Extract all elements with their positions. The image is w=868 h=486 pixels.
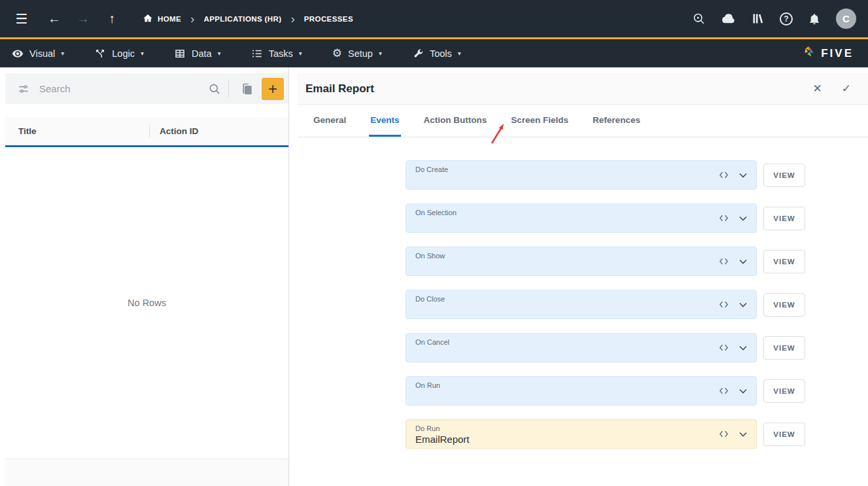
view-button[interactable]: VIEW <box>763 164 805 187</box>
field-icons <box>718 385 750 398</box>
menu-tasks[interactable]: Tasks ▾ <box>251 48 302 60</box>
code-icon[interactable] <box>718 256 729 267</box>
tab-screen-fields[interactable]: Screen Fields <box>510 105 570 137</box>
up-arrow-icon[interactable]: ↑ <box>102 9 122 29</box>
menu-logic-label: Logic <box>112 48 135 59</box>
help-glyph: ? <box>780 12 793 26</box>
field-row-do-run: Do Run EmailReport VIEW <box>406 419 868 449</box>
breadcrumb-applications-label: APPLICATIONS (HR) <box>203 15 281 23</box>
field-text: On Selection <box>415 204 718 232</box>
field-do-close[interactable]: Do Close <box>406 290 757 319</box>
breadcrumb-home[interactable]: HOME <box>143 13 181 25</box>
table-footer <box>5 459 288 486</box>
breadcrumb-processes-label: PROCESSES <box>304 15 353 23</box>
field-label: On Selection <box>415 208 718 217</box>
field-text: On Show <box>415 247 718 275</box>
chevron-down-icon[interactable] <box>737 169 750 182</box>
detail-header-actions: ✕ ✓ <box>813 82 852 95</box>
code-icon[interactable] <box>718 385 729 396</box>
tab-action-buttons[interactable]: Action Buttons <box>423 105 489 137</box>
field-on-run[interactable]: On Run <box>406 376 757 406</box>
chevron-down-icon[interactable] <box>737 341 750 355</box>
forward-arrow-icon[interactable]: → <box>73 9 93 29</box>
search-icon[interactable] <box>208 82 221 95</box>
checklist-icon <box>251 48 263 60</box>
empty-state-text: No Rows <box>128 298 166 308</box>
filter-icon[interactable] <box>17 82 30 95</box>
cloud-icon[interactable] <box>721 12 736 26</box>
field-value <box>415 347 718 359</box>
avatar[interactable]: C <box>836 9 856 29</box>
field-text: Do Run EmailReport <box>415 420 718 448</box>
column-divider <box>149 125 150 138</box>
field-icons <box>718 428 750 441</box>
field-do-create[interactable]: Do Create <box>406 160 757 190</box>
field-on-cancel[interactable]: On Cancel <box>406 333 757 362</box>
code-icon[interactable] <box>718 169 729 181</box>
search-bar: + <box>5 73 288 104</box>
view-button[interactable]: VIEW <box>763 336 805 360</box>
search-input[interactable] <box>39 83 208 94</box>
field-on-show[interactable]: On Show <box>406 247 757 276</box>
code-icon[interactable] <box>718 299 729 310</box>
chevron-down-icon: ▾ <box>379 50 382 57</box>
field-label: On Run <box>415 381 718 390</box>
field-label: Do Close <box>415 294 718 304</box>
view-button[interactable]: VIEW <box>763 207 805 230</box>
column-header-action-id[interactable]: Action ID <box>160 126 198 136</box>
field-text: On Cancel <box>415 334 718 362</box>
chevron-down-icon[interactable] <box>737 385 750 398</box>
help-icon[interactable]: ? <box>780 12 793 26</box>
field-do-run[interactable]: Do Run EmailReport <box>406 419 757 449</box>
field-icons <box>718 212 750 225</box>
field-on-selection[interactable]: On Selection <box>406 203 757 233</box>
tab-general[interactable]: General <box>312 105 347 137</box>
field-row-on-run: On Run VIEW <box>406 376 868 406</box>
eye-icon <box>12 48 24 60</box>
field-icons <box>718 169 750 182</box>
menu-visual[interactable]: Visual ▾ <box>12 48 64 60</box>
column-header-title[interactable]: Title <box>18 126 149 136</box>
save-check-icon[interactable]: ✓ <box>842 82 851 95</box>
back-arrow-icon[interactable]: ← <box>44 9 64 29</box>
view-button[interactable]: VIEW <box>763 379 805 403</box>
chevron-down-icon[interactable] <box>737 298 750 311</box>
tab-events[interactable]: Events <box>369 105 400 137</box>
preview-icon[interactable] <box>692 12 706 26</box>
library-icon[interactable] <box>751 12 765 26</box>
chevron-right-icon: › <box>290 12 294 25</box>
menu-logic[interactable]: Logic ▾ <box>94 48 144 60</box>
view-button[interactable]: VIEW <box>763 293 805 317</box>
field-text: Do Close <box>415 290 718 319</box>
menu-tools[interactable]: Tools ▾ <box>412 48 461 60</box>
field-row-do-create: Do Create VIEW <box>406 160 868 190</box>
chevron-down-icon[interactable] <box>737 428 750 441</box>
document-icon[interactable] <box>236 78 258 100</box>
field-value: EmailReport <box>415 433 718 445</box>
hamburger-menu-icon[interactable]: ☰ <box>12 9 31 29</box>
view-button[interactable]: VIEW <box>763 250 805 273</box>
close-icon[interactable]: ✕ <box>813 82 822 95</box>
add-record-button[interactable]: + <box>262 78 284 100</box>
notifications-bell-icon[interactable] <box>808 12 821 26</box>
table-body: No Rows <box>5 147 288 459</box>
field-label: On Show <box>415 251 718 260</box>
breadcrumb-processes[interactable]: PROCESSES <box>304 15 353 23</box>
chevron-down-icon[interactable] <box>737 212 750 225</box>
chevron-down-icon[interactable] <box>737 255 750 268</box>
view-button[interactable]: VIEW <box>763 423 805 446</box>
menu-data[interactable]: Data ▾ <box>174 48 221 60</box>
chevron-down-icon: ▾ <box>61 50 64 57</box>
tab-references[interactable]: References <box>591 105 642 137</box>
code-icon[interactable] <box>718 213 729 224</box>
branch-icon <box>94 48 106 60</box>
five-logo: FIVE <box>801 45 856 62</box>
breadcrumb-applications-hr[interactable]: APPLICATIONS (HR) <box>203 15 281 23</box>
table-header: Title Action ID <box>5 117 288 147</box>
detail-panel: Email Report ✕ ✓ General Events Action B… <box>298 67 868 486</box>
menu-setup[interactable]: ⚙ Setup ▾ <box>332 48 382 59</box>
menu-setup-label: Setup <box>348 48 373 59</box>
code-icon[interactable] <box>718 428 729 440</box>
field-value <box>415 260 718 273</box>
code-icon[interactable] <box>718 342 729 353</box>
